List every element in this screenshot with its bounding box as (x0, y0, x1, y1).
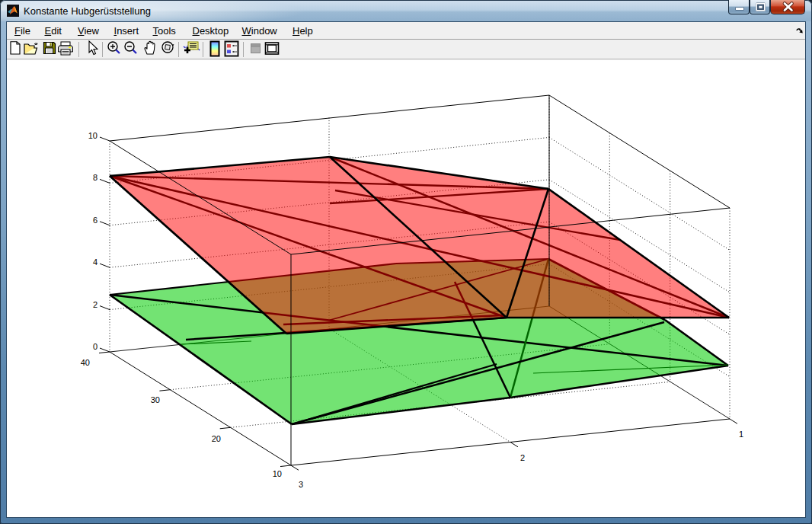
svg-text:10: 10 (88, 131, 98, 140)
svg-text:10: 10 (273, 469, 282, 478)
svg-text:40: 40 (81, 358, 90, 367)
svg-text:2: 2 (93, 300, 98, 309)
svg-text:20: 20 (212, 434, 221, 443)
svg-text:30: 30 (151, 395, 160, 404)
svg-text:0: 0 (93, 342, 98, 351)
svg-text:8: 8 (93, 173, 98, 182)
svg-text:1: 1 (739, 430, 743, 439)
svg-text:6: 6 (93, 216, 98, 225)
svg-text:3: 3 (299, 480, 303, 489)
svg-text:2: 2 (520, 453, 525, 462)
svg-text:4: 4 (93, 257, 98, 267)
